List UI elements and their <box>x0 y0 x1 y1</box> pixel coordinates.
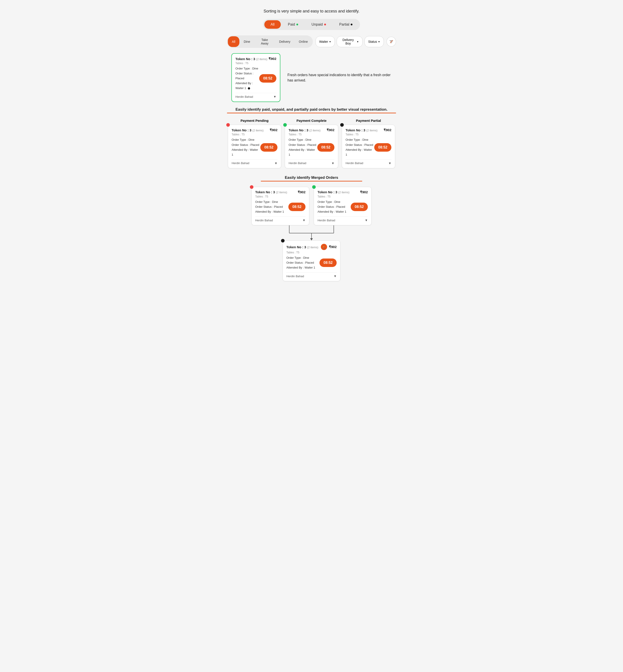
merged-bottom-chevron[interactable]: ▼ <box>333 274 337 278</box>
order-type-dine[interactable]: Dine <box>240 36 254 47</box>
merged-2-timer[interactable]: 08:52 <box>351 203 368 211</box>
merged-card-1-wrapper: Token No : 3 (2 items) ₹902 Tables : T5 … <box>251 187 309 225</box>
merged-1-type: Order Type : Dine <box>255 199 288 204</box>
complete-amount: ₹902 <box>327 128 334 132</box>
fresh-dot <box>248 87 250 89</box>
waiter-dropdown[interactable]: Waiter ▼ <box>316 36 335 47</box>
merged-1-info: Order Type : Dine Order Status : Placed … <box>255 199 288 214</box>
pending-info: Order Type : Dine Order Status : Placed … <box>232 137 260 157</box>
merged-bottom-timer[interactable]: 08:52 <box>320 258 337 267</box>
partial-dot <box>351 24 352 25</box>
pending-footer-name: Herdin Bahad <box>232 162 249 165</box>
order-type-all[interactable]: All <box>228 36 239 47</box>
partial-attended: Attended By : Waiter 1 <box>346 147 374 157</box>
merged-bottom-card-wrapper: Token No : 3 (2 items) 🚶 ₹902 Tables : T… <box>283 241 340 281</box>
pending-chevron[interactable]: ▼ <box>274 162 277 165</box>
partial-footer-name: Herdin Bahad <box>346 162 363 165</box>
fresh-card-info: Order Type : Dine Order Status : Placed … <box>235 66 259 91</box>
merged-1-table: Tables : T5 <box>255 195 305 198</box>
merged-1-attended: Attended By : Waiter 1 <box>255 209 288 214</box>
order-type-takeaway[interactable]: Take Away <box>255 36 274 47</box>
merged-bottom-table: Tables : T5 <box>286 251 337 254</box>
merged-bottom-name: Herdin Bahad <box>286 275 304 278</box>
fresh-order-section: Token No : 3 (2 items) ₹902 Tables : T5 … <box>227 53 396 102</box>
payment-complete-title: Payment Complete <box>285 119 338 122</box>
pending-status-dot <box>226 123 230 127</box>
waiter-caret: ▼ <box>329 40 331 43</box>
partial-chevron[interactable]: ▼ <box>388 162 391 165</box>
merged-2-dot <box>312 185 316 189</box>
merged-2-table: Tables : T5 <box>318 195 368 198</box>
merged-2-token: Token No : 3 (2 items) <box>318 190 350 194</box>
payment-section-header: Easily identify paid, unpaid, and partia… <box>227 107 396 113</box>
partial-order-type: Order Type : Dine <box>346 137 374 142</box>
payment-cards-row: Payment Pending Token No : 3 (2 items) ₹… <box>227 119 396 168</box>
fresh-description: Fresh orders have special indications to… <box>288 73 392 83</box>
payment-complete-card: Token No : 3 (2 items) ₹902 Tables : T5 … <box>285 125 338 168</box>
pending-amount: ₹902 <box>270 128 277 132</box>
payment-partial-wrapper: Payment Partial Token No : 3 (2 items) ₹… <box>342 119 395 168</box>
filter-icon-button[interactable] <box>386 37 396 47</box>
payment-complete-wrapper: Payment Complete Token No : 3 (2 items) … <box>285 119 338 168</box>
merged-orders-section: Token No : 3 (2 items) ₹902 Tables : T5 … <box>227 187 396 281</box>
merged-bottom-attended: Attended By : Waiter 1 <box>286 265 320 270</box>
merged-2-info: Order Type : Dine Order Status : Placed … <box>318 199 351 214</box>
merged-bottom-token: Token No : 3 (2 items) <box>286 245 318 249</box>
payment-partial-card: Token No : 3 (2 items) ₹902 Tables : T5 … <box>342 125 395 168</box>
merge-arrow <box>310 238 313 241</box>
delivery-boy-dropdown[interactable]: Delivery Boy ▼ <box>337 36 362 47</box>
delivery-boy-caret: ▼ <box>357 40 359 43</box>
partial-amount: ₹902 <box>384 128 391 132</box>
status-dropdown[interactable]: Status ▼ <box>364 36 384 47</box>
complete-timer[interactable]: 08:52 <box>317 143 334 151</box>
fresh-order-card: Token No : 3 (2 items) ₹902 Tables : T5 … <box>231 53 280 102</box>
merge-connector-svg <box>267 225 356 241</box>
payment-partial-title: Payment Partial <box>342 119 395 122</box>
complete-order-status: Order Status : Placed <box>289 142 317 147</box>
complete-chevron[interactable]: ▼ <box>331 162 334 165</box>
pill-unpaid[interactable]: Unpaid <box>305 20 332 29</box>
complete-attended: Attended By : Waiter 1 <box>289 147 317 157</box>
merged-2-chevron[interactable]: ▼ <box>365 218 368 222</box>
pending-timer[interactable]: 08:52 <box>260 143 277 151</box>
merged-bottom-status: Order Status : Placed <box>286 260 320 265</box>
payment-section-underline <box>227 113 396 113</box>
merged-1-token: Token No : 3 (2 items) <box>255 190 287 194</box>
pending-order-type: Order Type : Dine <box>232 137 260 142</box>
pending-order-status: Order Status : Placed <box>232 142 260 147</box>
partial-timer[interactable]: 08:52 <box>374 143 391 151</box>
merged-2-status: Order Status : Placed <box>318 204 351 209</box>
complete-order-type: Order Type : Dine <box>289 137 317 142</box>
merged-1-amount: ₹902 <box>298 190 305 194</box>
payment-pending-card: Token No : 3 (2 items) ₹902 Tables : T5 … <box>228 125 281 168</box>
merged-card-2-wrapper: Token No : 3 (2 items) ₹902 Tables : T5 … <box>314 187 372 225</box>
complete-status-dot <box>283 123 287 127</box>
order-type-online[interactable]: Online <box>295 36 312 47</box>
fresh-amount: ₹902 <box>269 57 276 61</box>
fresh-order-type: Order Type : Dine <box>235 66 259 71</box>
merged-1-dot <box>250 185 254 189</box>
fresh-order-status: Order Status : Placed <box>235 71 259 81</box>
payment-filter-pills: All Paid Unpaid Partial <box>263 19 360 30</box>
payment-pending-title: Payment Pending <box>228 119 281 122</box>
merged-2-type: Order Type : Dine <box>318 199 351 204</box>
fresh-card-wrapper: Token No : 3 (2 items) ₹902 Tables : T5 … <box>231 53 280 102</box>
merged-1-chevron[interactable]: ▼ <box>302 218 305 222</box>
pending-attended: Attended By : Waiter 1 <box>232 147 260 157</box>
merged-1-timer[interactable]: 08:52 <box>288 203 305 211</box>
merged-section-header: Easily identify Merged Orders <box>227 175 396 181</box>
fresh-chevron-icon[interactable]: ▼ <box>273 95 276 99</box>
merged-2-amount: ₹902 <box>360 190 368 194</box>
fresh-timer[interactable]: 08:52 <box>259 74 276 83</box>
fresh-token: Token No : 3 (2 items) <box>235 57 267 61</box>
pill-paid[interactable]: Paid <box>282 20 304 29</box>
partial-table: Tables : T5 <box>346 133 391 136</box>
payment-pending-wrapper: Payment Pending Token No : 3 (2 items) ₹… <box>228 119 281 168</box>
order-type-delivery[interactable]: Delivery <box>275 36 295 47</box>
merged-bottom-type: Order Type : Dine <box>286 255 320 260</box>
pill-partial[interactable]: Partial <box>333 20 359 29</box>
merged-bottom-amount: ₹902 <box>329 245 337 249</box>
pending-table: Tables : T5 <box>232 133 277 136</box>
filter-icon <box>389 39 394 44</box>
pill-all[interactable]: All <box>264 20 281 29</box>
